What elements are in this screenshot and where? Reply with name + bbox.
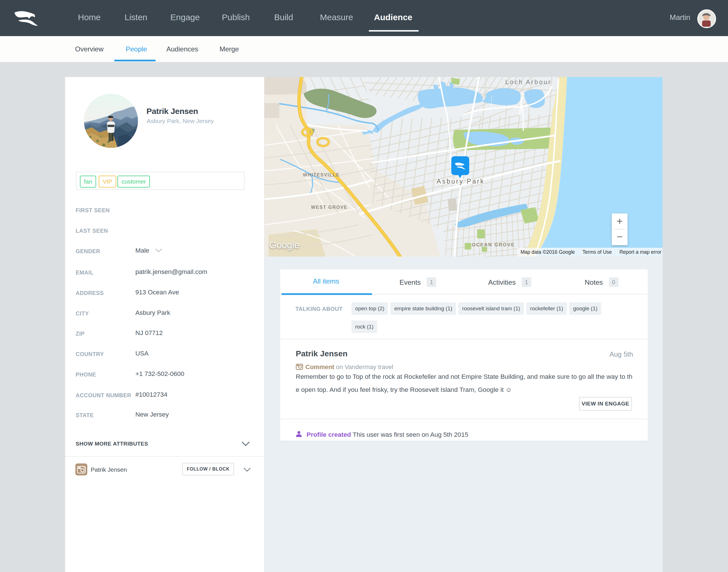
svg-text:Loch Arbour: Loch Arbour [505,78,552,85]
svg-text:Asbury Park: Asbury Park [436,177,485,185]
svg-text:WHITESVILLE: WHITESVILLE [303,172,340,177]
svg-text:WEST GROVE: WEST GROVE [311,205,348,210]
svg-text:OCEAN GROVE: OCEAN GROVE [472,242,515,247]
